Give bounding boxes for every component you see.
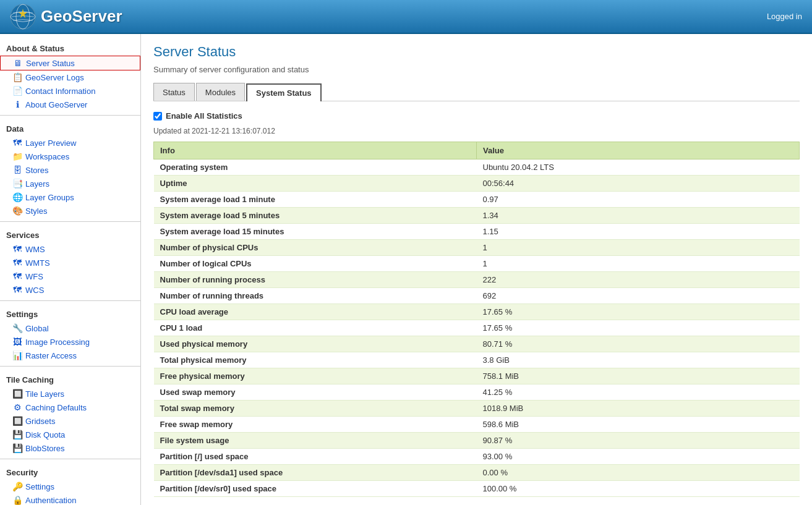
logo-icon bbox=[10, 4, 36, 30]
page-subtitle: Summary of server configuration and stat… bbox=[153, 65, 800, 74]
sidebar-item-layer-preview[interactable]: 🗺 Layer Preview bbox=[0, 136, 140, 150]
authentication-icon: 🔒 bbox=[12, 495, 22, 505]
table-row: System average load 1 minute0.97 bbox=[154, 192, 800, 208]
row-info: Number of logical CPUs bbox=[154, 256, 477, 272]
row-value: 93.00 % bbox=[477, 449, 800, 465]
row-info: Free physical memory bbox=[154, 368, 477, 384]
sidebar-item-blob-stores[interactable]: 💾 BlobStores bbox=[0, 441, 140, 455]
sidebar-item-geoserver-logs[interactable]: 📋 GeoServer Logs bbox=[0, 70, 140, 84]
row-value: 00:56:44 bbox=[477, 176, 800, 192]
row-info: Number of running threads bbox=[154, 288, 477, 304]
row-value: 598.6 MiB bbox=[477, 417, 800, 433]
sidebar-item-disk-quota[interactable]: 💾 Disk Quota bbox=[0, 428, 140, 441]
row-value: 758.1 MiB bbox=[477, 368, 800, 384]
tab-status[interactable]: Status bbox=[153, 83, 195, 101]
col-header-value: Value bbox=[477, 142, 800, 159]
enable-statistics-label[interactable]: Enable All Statistics bbox=[166, 111, 242, 121]
sidebar-item-stores[interactable]: 🗄 Stores bbox=[0, 163, 140, 177]
row-value: 1.15 bbox=[477, 224, 800, 240]
row-info: System average load 1 minute bbox=[154, 192, 477, 208]
main-content: Server Status Summary of server configur… bbox=[141, 34, 812, 505]
sidebar-item-raster-access[interactable]: 📊 Raster Access bbox=[0, 349, 140, 362]
table-row: Number of running process222 bbox=[154, 272, 800, 288]
row-info: CPU 1 load bbox=[154, 320, 477, 336]
row-info: Uptime bbox=[154, 176, 477, 192]
layer-groups-icon: 🌐 bbox=[12, 192, 22, 202]
tab-bar: Status Modules System Status bbox=[153, 83, 800, 101]
sidebar-item-authentication[interactable]: 🔒 Authentication bbox=[0, 493, 140, 505]
sidebar-divider-1 bbox=[0, 115, 140, 116]
row-info: File system usage bbox=[154, 433, 477, 449]
table-row: Used physical memory80.71 % bbox=[154, 336, 800, 352]
table-row: CPU load average17.65 % bbox=[154, 304, 800, 320]
row-info: Operating system bbox=[154, 159, 477, 176]
disk-quota-icon: 💾 bbox=[12, 430, 22, 439]
sidebar-item-caching-defaults[interactable]: ⚙ Caching Defaults bbox=[0, 401, 140, 414]
server-status-icon: 🖥 bbox=[13, 58, 23, 68]
sidebar-item-wcs[interactable]: 🗺 WCS bbox=[0, 283, 140, 297]
row-value: Ubuntu 20.04.2 LTS bbox=[477, 159, 800, 176]
row-info: Partition [/dev/sr0] used space bbox=[154, 481, 477, 497]
sidebar-item-layer-groups[interactable]: 🌐 Layer Groups bbox=[0, 190, 140, 204]
row-value: 100.00 % bbox=[477, 481, 800, 497]
status-table: Info Value Operating systemUbuntu 20.04.… bbox=[153, 142, 800, 497]
enable-statistics-row: Enable All Statistics bbox=[153, 111, 800, 121]
sidebar-item-wmts[interactable]: 🗺 WMTS bbox=[0, 256, 140, 269]
row-value: 0.97 bbox=[477, 192, 800, 208]
table-row: Total physical memory3.8 GiB bbox=[154, 352, 800, 368]
table-row: Operating systemUbuntu 20.04.2 LTS bbox=[154, 159, 800, 176]
table-row: Total swap memory1018.9 MiB bbox=[154, 401, 800, 417]
row-info: Used swap memory bbox=[154, 384, 477, 401]
row-value: 0.00 % bbox=[477, 465, 800, 481]
enable-statistics-checkbox[interactable] bbox=[153, 112, 162, 121]
row-info: Used physical memory bbox=[154, 336, 477, 352]
sidebar-item-image-processing[interactable]: 🖼 Image Processing bbox=[0, 335, 140, 349]
logs-icon: 📋 bbox=[12, 72, 22, 82]
sidebar-section-security: Security bbox=[0, 463, 140, 480]
stores-icon: 🗄 bbox=[12, 165, 22, 175]
sidebar-item-global[interactable]: 🔧 Global bbox=[0, 321, 140, 335]
row-info: Partition [/dev/sda1] used space bbox=[154, 465, 477, 481]
styles-icon: 🎨 bbox=[12, 206, 22, 216]
row-value: 692 bbox=[477, 288, 800, 304]
tab-system-status[interactable]: System Status bbox=[246, 83, 322, 101]
app-header: GeoServer Logged in bbox=[0, 0, 812, 34]
sidebar-item-wfs[interactable]: 🗺 WFS bbox=[0, 269, 140, 283]
sidebar-section-tile-caching: Tile Caching bbox=[0, 370, 140, 387]
layer-preview-icon: 🗺 bbox=[12, 138, 22, 148]
table-row: Partition [/dev/sda1] used space0.00 % bbox=[154, 465, 800, 481]
wfs-icon: 🗺 bbox=[12, 271, 22, 281]
table-row: Number of running threads692 bbox=[154, 288, 800, 304]
sidebar-divider-3 bbox=[0, 300, 140, 301]
logo-area: GeoServer bbox=[10, 4, 122, 30]
sidebar: About & Status 🖥 Server Status 📋 GeoServ… bbox=[0, 34, 141, 505]
sidebar-section-settings: Settings bbox=[0, 305, 140, 321]
sidebar-item-about-geoserver[interactable]: ℹ About GeoServer bbox=[0, 98, 140, 111]
row-info: Free swap memory bbox=[154, 417, 477, 433]
sidebar-item-tile-layers[interactable]: 🔲 Tile Layers bbox=[0, 387, 140, 401]
row-value: 90.87 % bbox=[477, 433, 800, 449]
tab-modules[interactable]: Modules bbox=[196, 83, 245, 101]
table-row: System average load 15 minutes1.15 bbox=[154, 224, 800, 240]
gridsets-icon: 🔲 bbox=[12, 416, 22, 426]
sidebar-item-gridsets[interactable]: 🔲 Gridsets bbox=[0, 414, 140, 428]
row-info: Total physical memory bbox=[154, 352, 477, 368]
table-row: Number of physical CPUs1 bbox=[154, 240, 800, 256]
sidebar-item-wms[interactable]: 🗺 WMS bbox=[0, 242, 140, 256]
table-row: Number of logical CPUs1 bbox=[154, 256, 800, 272]
raster-access-icon: 📊 bbox=[12, 350, 22, 360]
sidebar-item-contact-info[interactable]: 📄 Contact Information bbox=[0, 84, 140, 98]
table-row: CPU 1 load17.65 % bbox=[154, 320, 800, 336]
layers-icon: 📑 bbox=[12, 179, 22, 189]
sidebar-item-sec-settings[interactable]: 🔑 Settings bbox=[0, 480, 140, 493]
row-value: 80.71 % bbox=[477, 336, 800, 352]
row-value: 1 bbox=[477, 240, 800, 256]
sidebar-divider-5 bbox=[0, 459, 140, 459]
table-row: Used swap memory41.25 % bbox=[154, 384, 800, 401]
workspaces-icon: 📁 bbox=[12, 151, 22, 161]
table-row: Free swap memory598.6 MiB bbox=[154, 417, 800, 433]
sidebar-item-layers[interactable]: 📑 Layers bbox=[0, 177, 140, 190]
sidebar-item-styles[interactable]: 🎨 Styles bbox=[0, 204, 140, 218]
sidebar-item-server-status[interactable]: 🖥 Server Status bbox=[0, 56, 140, 70]
sidebar-item-workspaces[interactable]: 📁 Workspaces bbox=[0, 150, 140, 163]
